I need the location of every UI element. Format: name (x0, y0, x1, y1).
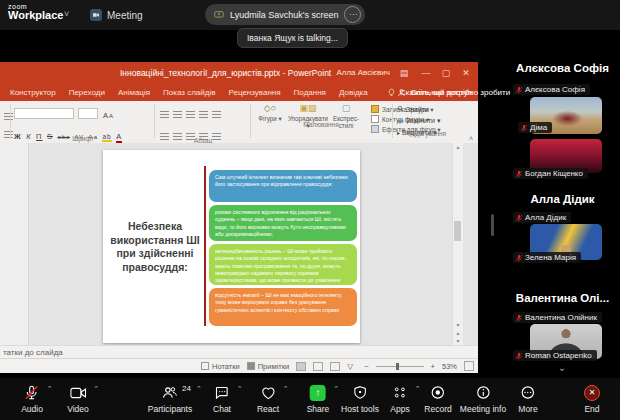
apps-button[interactable]: ⌃ Apps (390, 384, 409, 414)
notes-pane[interactable]: татки до слайда (0, 345, 478, 358)
participant-name-chip: Богдан Кіщенко (513, 168, 588, 179)
participant-name-chip: Roman Ostapenko (513, 350, 597, 361)
zoom-slider-thumb[interactable] (396, 363, 399, 370)
end-button[interactable]: ✕ End (584, 384, 600, 414)
slide-editing-area: Небезпека використання ШІ при здійсненні… (0, 143, 478, 345)
ribbon-display-options-icon[interactable]: ▤ (396, 66, 412, 80)
chat-button[interactable]: ⌃ Chat (213, 384, 231, 414)
meeting-info-button[interactable]: Meeting info (460, 384, 506, 414)
tab-help[interactable]: Довідка (339, 88, 368, 97)
line-spacing-button[interactable] (212, 111, 221, 119)
replace-icon: ab (397, 118, 404, 124)
participants-button[interactable]: 24⌃ Participants (148, 384, 192, 414)
shapes-button[interactable]: ◇○ Фігури ▾ (253, 103, 287, 122)
sidebar-scroll-down-button[interactable]: ⌄ (548, 362, 576, 373)
normal-view-button[interactable] (296, 362, 306, 371)
more-button[interactable]: More (518, 384, 537, 414)
tab-view[interactable]: Подання (294, 88, 326, 97)
powerpoint-title-bar[interactable]: Інноваційні_технології_для_юристів.pptx … (0, 62, 478, 84)
scroll-up-icon[interactable]: ▴ (453, 143, 463, 151)
shared-screen-pill[interactable]: Lyudmila Savchuk's screen ⋯ (205, 4, 365, 25)
font-group-label: Шрифт (14, 135, 152, 142)
increase-indent-button[interactable] (199, 111, 208, 119)
slideshow-view-button[interactable]: ▽ (347, 362, 357, 371)
quick-styles-icon: ▢ (329, 103, 363, 115)
font-name-select[interactable] (14, 108, 74, 119)
chat-icon (215, 385, 230, 400)
collapse-ribbon-button[interactable]: ˄ (469, 135, 473, 142)
zoom-level[interactable]: 53% (442, 362, 457, 371)
scrollbar-thumb[interactable] (454, 221, 461, 241)
slide-title[interactable]: Небезпека використання ШІ при здійсненні… (108, 220, 202, 275)
video-button[interactable]: ⌃ Video (67, 384, 89, 414)
participant-tile-alla[interactable]: Алла Дідик (505, 193, 620, 205)
muted-mic-icon (515, 170, 523, 178)
font-size-select[interactable] (78, 108, 98, 119)
audio-options-chevron[interactable]: ⌃ (47, 385, 53, 393)
share-button[interactable]: ↑⌃ Share (307, 384, 330, 414)
editing-group-label: Редагування (397, 130, 457, 137)
previous-slide-icon[interactable]: ▴ (453, 330, 463, 337)
record-button[interactable]: Record (424, 384, 451, 414)
shrink-font-button[interactable]: А (109, 113, 114, 119)
zoom-in-button[interactable]: + (431, 362, 435, 371)
vertical-scrollbar[interactable]: ▴ ▾ ▴ ▾ (452, 143, 463, 345)
numbering-button[interactable] (173, 111, 182, 119)
find-button[interactable]: Знайти (397, 104, 457, 115)
zoom-out-button[interactable]: − (364, 362, 368, 371)
replace-button[interactable]: ab Замінити ▾ (397, 115, 457, 127)
slide-box-no-empathy[interactable]: відсутність емпатії – ШІ не має емоційно… (209, 288, 357, 326)
tab-animations[interactable]: Анімація (118, 88, 150, 97)
zoom-workplace-logo: zoom Workplace (8, 3, 63, 21)
apps-options-chevron[interactable]: ⌃ (415, 385, 421, 393)
participant-tile-aleksova[interactable]: Алєксова Софія (505, 62, 620, 74)
next-slide-icon[interactable]: ▾ (453, 338, 463, 345)
react-options-chevron[interactable]: ⌃ (283, 385, 289, 393)
participant-tile-valentyna[interactable]: Валентина Олі... (505, 292, 620, 304)
participant-name-chip: Зелена Марія (513, 252, 581, 263)
scroll-down-icon[interactable]: ▾ (453, 322, 463, 329)
tab-meeting[interactable]: Meeting (84, 4, 149, 26)
tab-review[interactable]: Рецензування (228, 88, 280, 97)
zoom-top-bar: zoom Workplace ˅ Meeting Lyudmila Savchu… (0, 0, 620, 30)
sidebar-scrollbar[interactable] (491, 214, 494, 236)
share-screen-icon: ↑ (310, 385, 326, 401)
participants-count: 24 (182, 384, 191, 393)
chat-options-chevron[interactable]: ⌃ (237, 385, 243, 393)
fit-to-window-button[interactable] (464, 361, 474, 371)
chevron-down-icon[interactable]: ˅ (64, 9, 69, 19)
react-button[interactable]: ⌃ React (257, 384, 279, 414)
fill-icon (371, 105, 379, 113)
restore-button[interactable]: ▢ (438, 66, 454, 80)
slide-canvas[interactable]: Небезпека використання ШІ при здійсненні… (103, 150, 360, 343)
slide-box-bias-risk[interactable]: ризики системного відхилення від раціона… (209, 205, 357, 241)
ribbon: АА Ж К П S abc AV Аа ab А Шрифт (0, 101, 478, 144)
decrease-indent-button[interactable] (186, 111, 195, 119)
bullets-button[interactable] (160, 111, 169, 119)
tab-design[interactable]: Конструктор (10, 88, 56, 97)
share-options-chevron[interactable]: ⌃ (333, 385, 339, 393)
drawing-group: ◇○ Фігури ▾ ▣▨ Упорядкувати ▾ ▢ Експрес-… (253, 103, 389, 129)
close-button[interactable]: ✕ (458, 66, 474, 80)
reading-view-button[interactable] (330, 362, 340, 371)
document-title: Інноваційні_технології_для_юристів.pptx … (120, 68, 331, 78)
notes-toggle[interactable]: Нотатки (201, 362, 240, 371)
share-options-button[interactable]: ⋯ (344, 6, 361, 23)
account-name[interactable]: Алла Авсієвич (336, 68, 390, 77)
slide-box-intro[interactable]: Сам штучний інтелект визначив такі ключо… (209, 170, 357, 202)
slide-sorter-view-button[interactable] (313, 362, 323, 371)
video-options-chevron[interactable]: ⌃ (93, 385, 99, 393)
tab-slideshow[interactable]: Показ слайдів (163, 88, 215, 97)
participants-options-chevron[interactable]: ⌃ (196, 385, 202, 393)
zoom-slider[interactable] (376, 366, 424, 367)
host-tools-button[interactable]: Host tools (341, 384, 379, 414)
slide-box-unpredictability[interactable]: непередбачуваність рішень – ШІ може прий… (209, 244, 357, 285)
comments-toggle[interactable]: Примітки (247, 362, 289, 371)
logo-text-workplace: Workplace (8, 10, 63, 21)
minimize-button[interactable]: — (418, 66, 434, 80)
slide-thumbnail-panel[interactable] (0, 143, 29, 345)
audio-button[interactable]: ⌃ Audio (21, 384, 43, 414)
share-document-button[interactable]: Спільний доступ (397, 88, 472, 97)
muted-mic-icon (515, 314, 523, 322)
tab-transitions[interactable]: Переходи (69, 88, 105, 97)
